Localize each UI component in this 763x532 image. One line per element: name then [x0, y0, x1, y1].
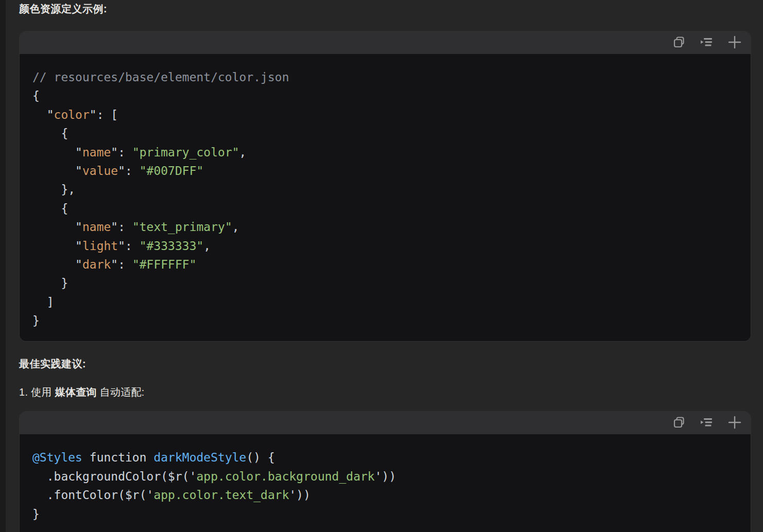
code-toolbar	[20, 412, 751, 434]
list-item-bold-term: 媒体查询	[55, 386, 97, 398]
expand-code-button[interactable]	[727, 34, 742, 51]
copy-icon	[672, 416, 686, 431]
wrap-lines-icon	[700, 416, 713, 430]
section-title-best-practice: 最佳实践建议:	[19, 358, 751, 370]
list-item-text-after: 自动适配:	[97, 386, 145, 398]
code-toolbar	[20, 31, 751, 54]
chat-message-content: 颜色资源定义示例:	[19, 0, 751, 532]
code-block-dark-mode-style: @Styles function darkModeStyle() { .back…	[19, 411, 751, 532]
ordered-list-item-1: 1. 使用 媒体查询 自动适配:	[19, 386, 751, 398]
code-content-color-json: // resources/base/element/color.json{ "c…	[20, 54, 751, 341]
list-item-text: 1. 使用	[19, 386, 55, 398]
wrap-lines-icon	[700, 36, 713, 50]
copy-code-button[interactable]	[672, 36, 686, 50]
code-block-color-json: // resources/base/element/color.json{ "c…	[19, 31, 751, 342]
wrap-lines-button[interactable]	[700, 36, 713, 50]
section-title-color-resource-example: 颜色资源定义示例:	[19, 0, 751, 15]
plus-icon	[727, 415, 742, 432]
copy-icon	[672, 36, 686, 50]
wrap-lines-button[interactable]	[700, 416, 713, 430]
expand-code-button[interactable]	[727, 415, 742, 432]
plus-icon	[727, 34, 742, 51]
left-edge-strip	[0, 0, 6, 532]
copy-code-button[interactable]	[672, 416, 686, 431]
code-content-dark-mode-style: @Styles function darkModeStyle() { .back…	[20, 434, 751, 532]
